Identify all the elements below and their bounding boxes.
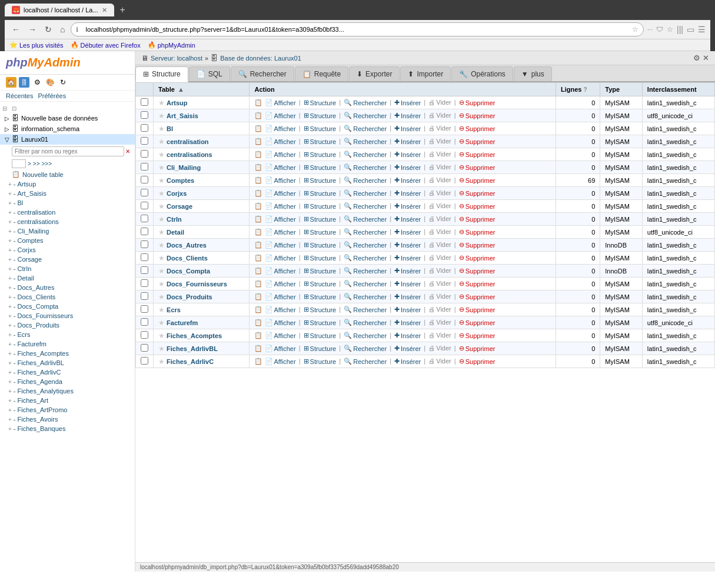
action-rechercher-link[interactable]: 🔍 Rechercher — [344, 228, 387, 236]
new-tab-button[interactable]: + — [117, 4, 129, 16]
row-checkbox[interactable] — [141, 189, 148, 196]
sidebar-table-fiches-acomptes[interactable]: +-Fiches_Acomptes — [0, 349, 135, 358]
action-supprimer-link[interactable]: ⊖ Supprimer — [459, 202, 495, 210]
action-afficher-link[interactable]: 📄 Afficher — [265, 358, 296, 365]
sidebar-table-corjxs[interactable]: +-Corjxs — [0, 245, 135, 255]
action-inserer-link[interactable]: ✚ Insérer — [394, 99, 421, 106]
action-supprimer-link[interactable]: ⊖ Supprimer — [459, 293, 495, 300]
db-icon[interactable]: 🗄 — [19, 77, 29, 88]
action-rechercher-link[interactable]: 🔍 Rechercher — [344, 306, 387, 313]
action-afficher-link[interactable]: 📄 Afficher — [265, 112, 296, 119]
row-checkbox[interactable] — [141, 163, 148, 171]
action-rechercher-link[interactable]: 🔍 Rechercher — [344, 99, 387, 106]
favorite-star-icon[interactable]: ★ — [158, 241, 165, 249]
favorite-star-icon[interactable]: ★ — [158, 254, 165, 262]
sidebar-table-ecrs[interactable]: +-Ecrs — [0, 330, 135, 339]
row-checkbox[interactable] — [141, 240, 148, 248]
action-structure-link[interactable]: ⊞ Structure — [304, 215, 337, 223]
favorites-link[interactable]: Préférées — [38, 92, 66, 99]
action-supprimer-link[interactable]: ⊖ Supprimer — [459, 189, 495, 197]
favorite-star-icon[interactable]: ★ — [158, 345, 165, 353]
action-structure-link[interactable]: ⊞ Structure — [304, 345, 337, 352]
favorite-star-icon[interactable]: ★ — [158, 228, 165, 236]
action-structure-link[interactable]: ⊞ Structure — [304, 189, 337, 197]
action-rechercher-link[interactable]: 🔍 Rechercher — [344, 112, 387, 119]
row-checkbox[interactable] — [141, 137, 148, 145]
action-structure-link[interactable]: ⊞ Structure — [304, 228, 337, 236]
action-supprimer-link[interactable]: ⊖ Supprimer — [459, 163, 495, 171]
action-rechercher-link[interactable]: 🔍 Rechercher — [344, 345, 387, 352]
sidebar-table-ctrin[interactable]: +-CtrIn — [0, 264, 135, 273]
action-structure-link[interactable]: ⊞ Structure — [304, 254, 337, 262]
page-number-input[interactable]: 1 — [12, 159, 26, 168]
sidebar-table-docs-produits[interactable]: +-Docs_Produits — [0, 320, 135, 330]
table-name-link[interactable]: centralisations — [167, 151, 212, 158]
action-supprimer-link[interactable]: ⊖ Supprimer — [459, 112, 495, 119]
sidebar-table-docs-clients[interactable]: +-Docs_Clients — [0, 292, 135, 302]
action-supprimer-link[interactable]: ⊖ Supprimer — [459, 319, 495, 326]
sidebar-table-fiches-agenda[interactable]: +-Fiches_Agenda — [0, 377, 135, 386]
action-rechercher-link[interactable]: 🔍 Rechercher — [344, 319, 387, 326]
table-name-link[interactable]: Artsup — [167, 99, 187, 106]
settings-path-icon[interactable]: ⚙ — [693, 54, 700, 62]
action-afficher-link[interactable]: 📄 Afficher — [265, 241, 296, 249]
new-table-button[interactable]: 📋 Nouvelle table — [0, 169, 135, 179]
table-name-link[interactable]: Corsage — [167, 203, 192, 210]
action-vider-link[interactable]: 🖨 Vider — [428, 112, 451, 119]
sidebar-table-cli-mailing[interactable]: +-Cli_Mailing — [0, 226, 135, 236]
sidebar-table-fiches-avoirs[interactable]: +-Fiches_Avoirs — [0, 415, 135, 424]
action-vider-link[interactable]: 🖨 Vider — [428, 189, 451, 196]
action-supprimer-link[interactable]: ⊖ Supprimer — [459, 138, 495, 145]
action-inserer-link[interactable]: ✚ Insérer — [394, 280, 421, 288]
favorite-star-icon[interactable]: ★ — [158, 358, 165, 366]
row-checkbox[interactable] — [141, 124, 148, 132]
bookmark-icon[interactable]: ☆ — [632, 25, 638, 34]
action-vider-link[interactable]: 🖨 Vider — [428, 345, 451, 352]
action-supprimer-link[interactable]: ⊖ Supprimer — [459, 280, 495, 288]
action-afficher-link[interactable]: 📄 Afficher — [265, 99, 296, 106]
row-checkbox[interactable] — [141, 150, 148, 158]
action-vider-link[interactable]: 🖨 Vider — [428, 267, 451, 274]
action-afficher-link[interactable]: 📄 Afficher — [265, 215, 296, 223]
action-afficher-link[interactable]: 📄 Afficher — [265, 332, 296, 339]
action-vider-link[interactable]: 🖨 Vider — [428, 202, 451, 209]
favorite-star-icon[interactable]: ★ — [158, 99, 165, 107]
row-checkbox[interactable] — [141, 111, 148, 119]
action-afficher-link[interactable]: 📄 Afficher — [265, 306, 296, 313]
sync-icon[interactable]: ↻ — [58, 77, 68, 88]
action-rechercher-link[interactable]: 🔍 Rechercher — [344, 254, 387, 262]
action-structure-link[interactable]: ⊞ Structure — [304, 267, 337, 275]
action-supprimer-link[interactable]: ⊖ Supprimer — [459, 228, 495, 236]
action-afficher-link[interactable]: 📄 Afficher — [265, 189, 296, 197]
action-supprimer-link[interactable]: ⊖ Supprimer — [459, 151, 495, 158]
favorite-star-icon[interactable]: ★ — [158, 306, 165, 314]
action-vider-link[interactable]: 🖨 Vider — [428, 228, 451, 235]
favorite-star-icon[interactable]: ★ — [158, 151, 165, 159]
sidebar-table-docs-autres[interactable]: +-Docs_Autres — [0, 283, 135, 292]
sidebar-table-corsage[interactable]: +-Corsage — [0, 255, 135, 264]
action-afficher-link[interactable]: 📄 Afficher — [265, 138, 296, 145]
action-supprimer-link[interactable]: ⊖ Supprimer — [459, 267, 495, 275]
favorite-star-icon[interactable]: ★ — [158, 138, 165, 146]
favorite-star-icon[interactable]: ★ — [158, 293, 165, 301]
table-name-link[interactable]: Fiches_AdrlivC — [167, 358, 214, 365]
action-rechercher-link[interactable]: 🔍 Rechercher — [344, 280, 387, 288]
action-vider-link[interactable]: 🖨 Vider — [428, 254, 451, 261]
home-button[interactable]: ⌂ — [58, 24, 67, 35]
sidebar-table-fiches-analytiques[interactable]: +-Fiches_Analytiques — [0, 386, 135, 396]
action-inserer-link[interactable]: ✚ Insérer — [394, 293, 421, 300]
table-name-link[interactable]: Cli_Mailing — [167, 164, 201, 171]
tab-sql[interactable]: 📄 SQL — [189, 66, 230, 81]
tab-plus[interactable]: ▼ plus — [514, 66, 552, 81]
forward-button[interactable]: → — [26, 24, 39, 35]
action-inserer-link[interactable]: ✚ Insérer — [394, 189, 421, 197]
action-supprimer-link[interactable]: ⊖ Supprimer — [459, 345, 495, 352]
row-checkbox[interactable] — [141, 357, 148, 365]
action-structure-link[interactable]: ⊞ Structure — [304, 176, 337, 184]
sidebar-table-comptes[interactable]: +-Comptes — [0, 236, 135, 245]
sidebar-table-facturefm[interactable]: +-Facturefm — [0, 339, 135, 349]
row-checkbox[interactable] — [141, 318, 148, 326]
tab-operations[interactable]: 🔧 Opérations — [451, 66, 513, 81]
row-checkbox[interactable] — [141, 344, 148, 352]
server-link[interactable]: Serveur: localhost — [151, 55, 202, 62]
